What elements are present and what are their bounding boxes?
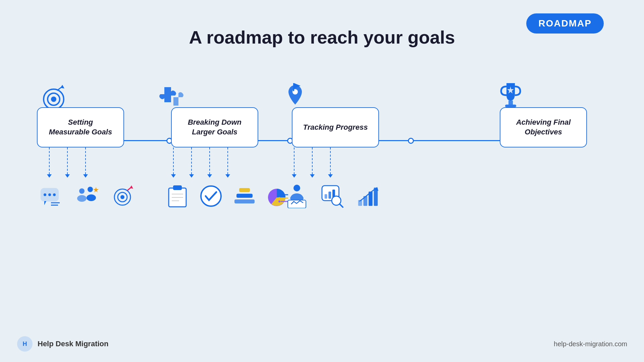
hdm-logo-icon: H <box>17 336 33 352</box>
svg-point-14 <box>88 187 93 192</box>
bottom-icons-group-2 <box>166 184 290 208</box>
growth-chart-icon <box>356 184 380 208</box>
step-4-box: Achieving Final Objectives <box>500 107 587 147</box>
svg-rect-42 <box>288 200 306 208</box>
footer: H Help Desk Migration help-desk-migratio… <box>17 336 627 352</box>
step-3-box: Tracking Progress <box>292 107 379 147</box>
svg-line-48 <box>339 204 343 207</box>
dashed-arrow-2c <box>207 147 212 178</box>
svg-rect-45 <box>328 191 331 198</box>
svg-marker-16 <box>93 187 99 192</box>
dashed-arrow-2b <box>189 147 194 178</box>
svg-point-7 <box>48 193 51 196</box>
flowchart: Setting Measurable Goals <box>17 87 627 228</box>
analytics-search-icon <box>321 184 344 208</box>
svg-point-15 <box>87 194 96 201</box>
svg-rect-39 <box>293 83 294 91</box>
bottom-icons-group-1 <box>40 184 134 208</box>
flag-location-icon <box>282 82 309 111</box>
svg-point-19 <box>120 195 124 199</box>
svg-point-27 <box>201 186 221 206</box>
svg-rect-54 <box>508 101 513 105</box>
dashed-arrow-3c <box>328 147 333 178</box>
svg-rect-44 <box>325 194 327 199</box>
svg-rect-28 <box>239 188 250 192</box>
svg-marker-9 <box>44 201 46 205</box>
dashed-group-2 <box>171 147 230 178</box>
target-small-icon <box>111 184 134 208</box>
dashed-group-1 <box>47 147 88 178</box>
bottom-icons-group-3 <box>285 184 380 208</box>
dashed-arrow-2d <box>225 147 230 178</box>
presenter-icon <box>285 184 309 208</box>
svg-point-41 <box>293 185 300 191</box>
trophy-icon <box>496 80 525 110</box>
svg-point-13 <box>77 195 87 202</box>
svg-rect-30 <box>234 199 255 203</box>
footer-url: help-desk-migration.com <box>554 340 627 348</box>
svg-rect-29 <box>236 194 253 198</box>
dashed-arrow-1b <box>65 147 70 178</box>
dashed-arrow-2a <box>171 147 176 178</box>
company-name: Help Desk Migration <box>38 340 108 348</box>
svg-point-12 <box>79 188 85 194</box>
step-2-box: Breaking Down Larger Goals <box>171 107 258 147</box>
dashed-arrow-3b <box>310 147 315 178</box>
footer-logo: H Help Desk Migration <box>17 336 108 352</box>
clipboard-icon <box>166 184 189 208</box>
svg-point-6 <box>44 193 46 196</box>
svg-point-8 <box>53 193 56 196</box>
svg-rect-23 <box>173 185 182 190</box>
step-1-box: Setting Measurable Goals <box>37 107 124 147</box>
dashed-group-3 <box>292 147 333 178</box>
checkmark-icon <box>199 184 223 208</box>
svg-point-35 <box>278 194 280 196</box>
svg-point-37 <box>278 200 280 202</box>
dashed-arrow-1a <box>47 147 52 178</box>
svg-point-2 <box>51 97 56 102</box>
svg-point-36 <box>278 197 280 199</box>
svg-text:H: H <box>23 341 27 347</box>
pyramid-icon <box>233 184 256 208</box>
dashed-arrow-1c <box>83 147 88 178</box>
connector-dot-3 <box>408 138 414 144</box>
dashed-arrow-3a <box>292 147 297 178</box>
svg-rect-55 <box>505 105 516 107</box>
page-title: A roadmap to reach your goals <box>0 27 644 48</box>
chat-icon <box>40 184 63 208</box>
team-icon <box>75 184 99 208</box>
